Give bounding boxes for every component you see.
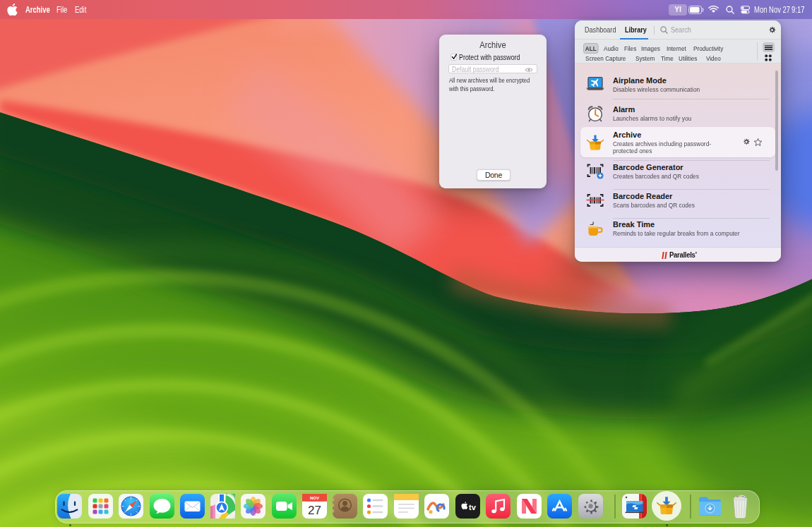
svg-text:27: 27 [308, 504, 321, 517]
svg-text:NOV: NOV [310, 496, 319, 500]
svg-text:tv: tv [469, 503, 477, 511]
